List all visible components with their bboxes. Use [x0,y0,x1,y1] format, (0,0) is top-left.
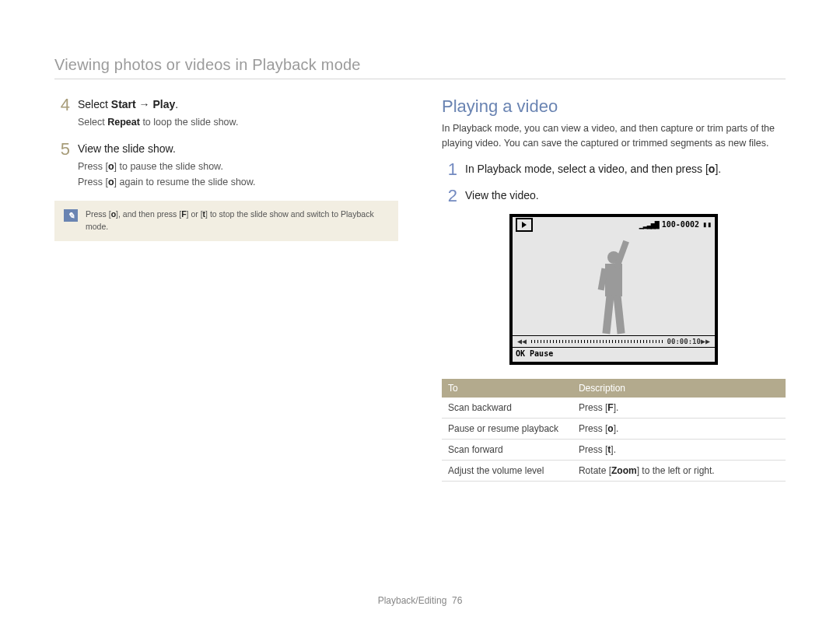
cell-desc: Rotate [Zoom] to the left or right. [572,460,786,481]
col-description: Description [572,379,786,398]
step-title: View the slide show. [78,142,398,155]
step-sub: Press [o] to pause the slide show. Press… [78,159,398,190]
step-number: 2 [442,187,457,205]
lcd-hint-bar: OK Pause [513,347,715,362]
step-5: 5 View the slide show. Press [o] to paus… [54,141,398,190]
table-row: Scan backward Press [F]. [442,398,786,419]
right-column: Playing a video In Playback mode, you ca… [442,96,786,482]
step-title: In Playback mode, select a video, and th… [465,163,786,175]
step-number: 4 [54,96,70,114]
cell-desc: Press [F]. [572,398,786,419]
step-number: 1 [442,161,457,178]
cell-to: Pause or resume playback [442,418,572,439]
step-content: View the video. [465,187,786,206]
step-content: Select Start → Play. Select Repeat to lo… [78,96,398,130]
footer-page-number: 76 [452,595,462,606]
note-callout: ✎ Press [o], and then press [F] or [t] t… [54,201,398,241]
cell-desc: Press [t]. [572,439,786,460]
step-4: 4 Select Start → Play. Select Repeat to … [54,96,398,130]
section-heading: Playing a video [442,96,786,117]
step-title: Select Start → Play. [78,98,398,110]
page-footer: Playback/Editing 76 [0,595,840,606]
volume-icon [639,220,659,229]
content-columns: 4 Select Start → Play. Select Repeat to … [54,96,786,482]
lcd-preview [513,233,715,335]
table-header-row: To Description [442,379,786,398]
pause-label: Pause [530,349,553,358]
page-title: Viewing photos or videos in Playback mod… [54,56,786,79]
step-1: 1 In Playback mode, select a video, and … [442,161,786,180]
rewind-icon: ◀◀ [517,337,527,345]
lcd-progress-row: ◀◀ 00:00:10 ▶▶ [513,335,715,347]
section-description: In Playback mode, you can view a video, … [442,121,786,152]
table-row: Adjust the volume level Rotate [Zoom] to… [442,460,786,481]
person-silhouette [590,250,637,335]
progress-bar [531,340,663,343]
cell-to: Scan forward [442,439,572,460]
cell-to: Adjust the volume level [442,460,572,481]
note-icon: ✎ [64,209,78,222]
step-2: 2 View the video. [442,187,786,206]
step-title: View the video. [465,189,786,201]
step-content: View the slide show. Press [o] to pause … [78,141,398,190]
note-text: Press [o], and then press [F] or [t] to … [86,208,389,233]
footer-section: Playback/Editing [378,595,447,606]
play-mode-icon [516,218,533,232]
cell-to: Scan backward [442,398,572,419]
camera-lcd-illustration: 100-0002 ▮▮ ◀◀ 00:00:10 ▶▶ [509,214,718,365]
elapsed-time: 00:00:10 [667,338,701,345]
ok-label: OK [516,349,525,358]
cell-desc: Press [o]. [572,418,786,439]
battery-icon: ▮▮ [702,220,712,229]
step-sub: Select Repeat to loop the slide show. [78,115,398,130]
col-to: To [442,379,572,398]
left-column: 4 Select Start → Play. Select Repeat to … [54,96,398,482]
table-row: Pause or resume playback Press [o]. [442,418,786,439]
table-row: Scan forward Press [t]. [442,439,786,460]
forward-icon: ▶▶ [701,337,710,345]
step-number: 5 [54,141,70,158]
step-content: In Playback mode, select a video, and th… [465,161,786,180]
controls-table: To Description Scan backward Press [F]. … [442,379,786,482]
file-counter: 100-0002 [662,220,699,229]
manual-page: Viewing photos or videos in Playback mod… [0,0,840,634]
lcd-top-bar: 100-0002 ▮▮ [513,217,715,233]
